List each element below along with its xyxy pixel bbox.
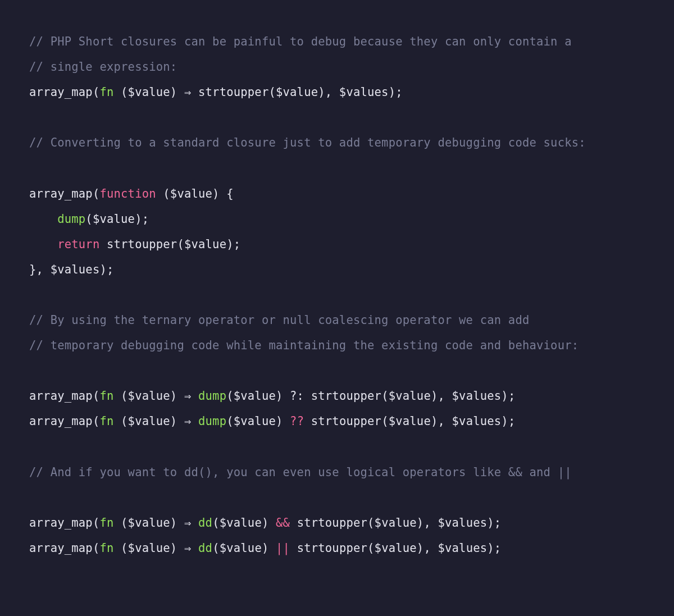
token: function (99, 187, 156, 200)
token: ⇒ (184, 414, 192, 428)
token: // single expression: (29, 60, 177, 74)
token: array_map( (29, 187, 99, 200)
code-line: return strtoupper($value); (29, 232, 645, 257)
code-line (29, 105, 645, 130)
token: }, $values); (29, 263, 114, 276)
token: ($value) (114, 85, 184, 99)
token: ($value) (114, 414, 184, 428)
code-line: // temporary debugging code while mainta… (29, 333, 645, 358)
token: ⇒ (184, 541, 192, 555)
token: array_map( (29, 389, 99, 403)
token: ⇒ (184, 516, 192, 530)
code-line: // Converting to a standard closure just… (29, 130, 645, 156)
token: strtoupper($value), $values); (290, 516, 501, 530)
token: // temporary debugging code while mainta… (29, 339, 579, 352)
code-line (29, 358, 645, 384)
token: ⇒ (184, 389, 192, 403)
token: ($value) (212, 516, 276, 530)
token: strtoupper($value), $values); (304, 414, 515, 428)
token: dump (198, 389, 226, 403)
token (29, 238, 57, 251)
code-line: array_map(fn ($value) ⇒ strtoupper($valu… (29, 80, 645, 105)
token: fn (99, 541, 113, 555)
token: return (57, 238, 99, 251)
token: ($value) (114, 541, 184, 555)
token: dd (198, 541, 212, 555)
token: ?? (290, 414, 304, 428)
code-line: // And if you want to dd(), you can even… (29, 460, 645, 485)
token: ($value); (85, 212, 149, 226)
code-line: array_map(fn ($value) ⇒ dump($value) ?? … (29, 409, 645, 434)
code-block: // PHP Short closures can be painful to … (29, 29, 645, 561)
token: // And if you want to dd(), you can even… (29, 466, 572, 479)
token: // PHP Short closures can be painful to … (29, 35, 572, 48)
code-line (29, 156, 645, 181)
token: dump (198, 414, 226, 428)
token: array_map( (29, 541, 99, 555)
code-line: dump($value); (29, 207, 645, 232)
token: fn (99, 414, 113, 428)
token: strtoupper($value), $values); (290, 541, 501, 555)
code-line: // single expression: (29, 54, 645, 80)
code-line (29, 435, 645, 460)
token: array_map( (29, 516, 99, 530)
token: array_map( (29, 414, 99, 428)
token: ⇒ (184, 85, 192, 99)
code-line (29, 282, 645, 308)
token (29, 212, 57, 226)
token: && (276, 516, 290, 530)
token: // Converting to a standard closure just… (29, 136, 586, 149)
code-line: array_map(fn ($value) ⇒ dump($value) ?: … (29, 384, 645, 409)
token: fn (99, 389, 113, 403)
code-line: array_map(fn ($value) ⇒ dd($value) || st… (29, 536, 645, 561)
token: dd (198, 516, 212, 530)
code-line: array_map(fn ($value) ⇒ dd($value) && st… (29, 510, 645, 536)
token: ($value) (114, 516, 184, 530)
token: ($value) ?: strtoupper($value), $values)… (226, 389, 515, 403)
token: ($value) (212, 541, 276, 555)
code-line: array_map(function ($value) { (29, 181, 645, 207)
code-line: // By using the ternary operator or null… (29, 308, 645, 333)
code-line (29, 485, 645, 510)
code-line: // PHP Short closures can be painful to … (29, 29, 645, 54)
token: ($value) { (156, 187, 234, 200)
token: ($value) (226, 414, 290, 428)
token (191, 414, 198, 428)
token: || (276, 541, 290, 555)
token (191, 516, 198, 530)
token: dump (57, 212, 85, 226)
token (191, 541, 198, 555)
code-line: }, $values); (29, 257, 645, 282)
token: fn (99, 85, 113, 99)
token: array_map( (29, 85, 99, 99)
token: // By using the ternary operator or null… (29, 313, 530, 327)
token: strtoupper($value); (99, 238, 240, 251)
token: ($value) (114, 389, 184, 403)
token: fn (99, 516, 113, 530)
token (191, 389, 198, 403)
token: strtoupper($value), $values); (191, 85, 402, 99)
